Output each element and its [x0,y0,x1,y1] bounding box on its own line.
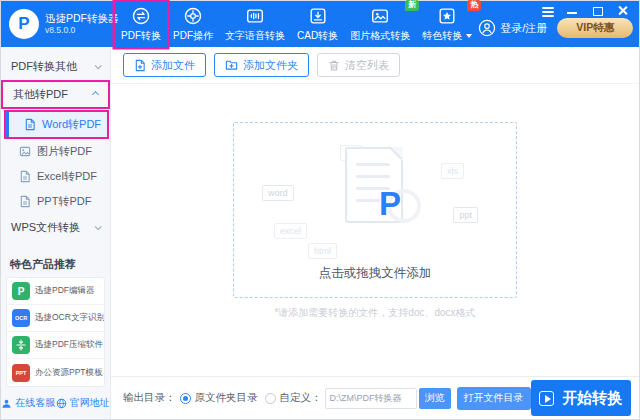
output-dir-label: 输出目录： [123,391,176,405]
convert-icon [131,6,151,26]
maximize-icon[interactable] [592,5,604,16]
document-icon [24,118,36,131]
play-icon [539,391,554,406]
product-ppt-templates[interactable]: PPT 办公资源PPT模板 [7,359,104,386]
app-version: v8.5.0.0 [45,25,119,36]
file-toolbar: 添加文件 添加文件夹 清空列表 [111,47,639,84]
nav-tab-label: PDF操作 [173,29,213,43]
window-controls [542,5,629,16]
output-bar: 输出目录： 原文件夹目录 自定义： 浏览 打开文件目录 开始转换 [111,376,639,419]
radio-custom-label: 自定义： [280,391,322,405]
login-register-button[interactable]: 登录/注册 [478,19,547,37]
gear-icon [183,6,203,26]
image-icon [19,145,31,158]
start-convert-button[interactable]: 开始转换 [531,380,632,416]
pdf-editor-icon: P [12,282,30,300]
sidebar-group-label: WPS文件转换 [11,220,80,235]
document-icon [19,195,31,208]
add-folder-button[interactable]: 添加文件夹 [214,53,309,77]
header-bar: P 迅捷PDF转换器 v8.5.0.0 PDF转换 PDF操作 文字语音转换 C… [1,1,639,47]
products-title: 特色产品推荐 [1,252,110,277]
hot-badge: 热 [467,0,481,11]
chevron-down-icon [95,223,102,230]
format-tag: excel [274,223,307,239]
nav-tab-label: PDF转换 [121,29,161,43]
product-label: 办公资源PPT模板 [35,367,103,379]
browse-button[interactable]: 浏览 [419,388,451,409]
output-path-input[interactable] [325,388,417,409]
product-label: 迅捷PDF编辑器 [35,285,95,297]
sidebar-group-label: PDF转换其他 [11,59,77,74]
main-nav: PDF转换 PDF操作 文字语音转换 CAD转换 新 图片格式转换 热 [115,1,478,47]
file-dropzone[interactable]: txt xls word ppt excel html P 点击或拖拽文件添加 [233,122,517,298]
star-icon [437,6,457,26]
add-file-label: 添加文件 [151,58,195,73]
nav-tab-image-format-convert[interactable]: 新 图片格式转换 [344,1,416,47]
sidebar-footer: 在线客服 官网地址 [1,387,110,419]
sidebar-item-image-to-pdf[interactable]: 图片转PDF [1,139,110,164]
cad-icon [308,6,328,26]
sidebar-item-word-to-pdf[interactable]: Word转PDF [6,112,107,137]
sidebar-group-other-to-pdf[interactable]: 其他转PDF [3,82,108,107]
p-logo: P [379,187,401,220]
sidebar-item-label: 图片转PDF [37,144,92,159]
voice-icon [245,6,265,26]
chevron-down-icon [95,62,102,69]
main-panel: 添加文件 添加文件夹 清空列表 txt xls word ppt excel [111,47,639,419]
online-service-link[interactable]: 在线客服 [1,396,55,410]
sidebar-group-label: 其他转PDF [13,87,68,102]
format-tag: word [262,185,294,201]
add-file-button[interactable]: 添加文件 [123,53,206,77]
nav-tab-label: 图片格式转换 [350,29,410,43]
chevron-up-icon [92,91,99,98]
nav-tab-pdf-convert[interactable]: PDF转换 [115,1,167,47]
product-label: 迅捷OCR文字识别软件 [35,312,104,324]
official-site-label: 官网地址 [70,396,110,410]
ppt-template-icon: PPT [12,364,30,382]
add-folder-label: 添加文件夹 [243,58,298,73]
login-label: 登录/注册 [500,21,547,36]
format-tag: xls [441,163,464,179]
product-list: P 迅捷PDF编辑器 OCR 迅捷OCR文字识别软件 迅捷PDF压缩软件 PPT… [6,277,105,387]
vip-button[interactable]: VIP特惠 [557,18,633,38]
menu-icon[interactable] [542,5,554,16]
open-directory-button[interactable]: 打开文件目录 [457,387,531,410]
nav-tab-label: CAD转换 [297,29,338,43]
radio-original-folder[interactable] [180,393,191,404]
sidebar-group-pdf-to-other[interactable]: PDF转换其他 [1,53,110,79]
product-pdf-compressor[interactable]: 迅捷PDF压缩软件 [7,332,104,359]
chevron-down-icon [466,34,472,38]
app-title: 迅捷PDF转换器 [45,12,119,26]
nav-tab-special-convert[interactable]: 热 特色转换 [416,1,478,47]
product-pdf-editor[interactable]: P 迅捷PDF编辑器 [7,278,104,305]
header-right: 登录/注册 VIP特惠 [478,18,635,38]
clear-list-label: 清空列表 [345,58,389,73]
sidebar-group-wps-convert[interactable]: WPS文件转换 [1,214,110,240]
sidebar-item-ppt-to-pdf[interactable]: PPT转PDF [1,189,110,214]
close-icon[interactable] [617,5,629,16]
nav-tab-cad-convert[interactable]: CAD转换 [291,1,344,47]
format-tag: html [308,243,337,259]
nav-tab-text-voice-convert[interactable]: 文字语音转换 [219,1,291,47]
sidebar: PDF转换其他 其他转PDF Word转PDF 图片转PDF Excel转PDF [1,47,111,419]
product-ocr-software[interactable]: OCR 迅捷OCR文字识别软件 [7,305,104,332]
add-file-icon [134,59,146,72]
sidebar-item-excel-to-pdf[interactable]: Excel转PDF [1,164,110,189]
radio-original-label: 原文件夹目录 [195,391,258,405]
dropzone-text: 点击或拖拽文件添加 [234,265,516,282]
document-icon [19,170,31,183]
clear-list-button[interactable]: 清空列表 [317,53,400,77]
headset-icon [1,398,12,409]
sidebar-item-label: Word转PDF [42,117,101,132]
image-icon [370,6,390,26]
format-tag: ppt [453,207,478,223]
sidebar-item-label: Excel转PDF [37,169,97,184]
ocr-icon: OCR [12,309,30,327]
minimize-icon[interactable] [567,5,579,16]
nav-tab-pdf-operate[interactable]: PDF操作 [167,1,219,47]
product-label: 迅捷PDF压缩软件 [35,339,103,351]
app-logo: P [9,9,39,39]
radio-custom[interactable] [265,393,276,404]
content-area: txt xls word ppt excel html P 点击或拖拽文件添加 [111,84,639,376]
official-site-link[interactable]: 官网地址 [56,396,110,410]
